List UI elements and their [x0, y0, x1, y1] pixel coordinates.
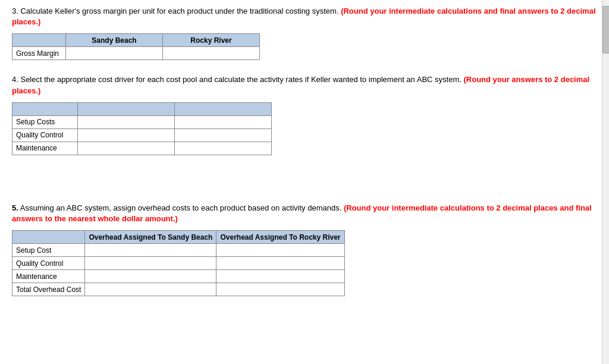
q4-maintenance-col2[interactable] — [175, 142, 272, 155]
q3-row-label: Gross Margin — [12, 47, 66, 60]
question-3-table: Sandy Beach Rocky River Gross Margin — [12, 33, 260, 60]
table-row: Setup Cost — [12, 244, 345, 257]
q5-setup-sandy-input[interactable] — [89, 246, 212, 255]
scrollbar[interactable] — [602, 0, 609, 364]
q5-total-rocky[interactable] — [216, 283, 344, 296]
q5-header-rocky-text: Overhead Assigned To Rocky River — [220, 233, 340, 241]
q4-header-col1 — [78, 102, 175, 115]
table-row: Maintenance — [12, 270, 345, 283]
q5-quality-label: Quality Control — [12, 257, 85, 270]
q5-total-sandy-input[interactable] — [89, 285, 212, 294]
q5-quality-rocky[interactable] — [216, 257, 344, 270]
q3-header-rocky: Rocky River — [163, 34, 260, 47]
q4-quality-col1[interactable] — [78, 128, 175, 142]
q4-header-empty — [12, 102, 78, 115]
scrollbar-thumb[interactable] — [602, 6, 609, 54]
question-5: 5. Assuming an ABC system, assign overhe… — [12, 203, 597, 296]
q5-maintenance-label: Maintenance — [12, 270, 85, 283]
q4-setup-label: Setup Costs — [12, 115, 78, 128]
q3-gross-margin-rocky-input[interactable] — [167, 49, 256, 58]
question-4-body: Select the appropriate cost driver for e… — [20, 75, 461, 84]
q5-quality-sandy[interactable] — [85, 257, 216, 270]
q4-maintenance-label: Maintenance — [12, 142, 78, 155]
question-4-text: 4. Select the appropriate cost driver fo… — [12, 74, 597, 96]
q5-total-label: Total Overhead Cost — [12, 283, 85, 296]
question-4-table: Setup Costs Quality Control Maintenance — [12, 102, 272, 155]
q5-setup-rocky[interactable] — [216, 244, 344, 257]
q4-maintenance-col2-input[interactable] — [178, 144, 268, 152]
q3-header-sandy: Sandy Beach — [66, 34, 163, 47]
q5-total-sandy[interactable] — [85, 283, 216, 296]
question-5-text: 5. Assuming an ABC system, assign overhe… — [12, 203, 597, 224]
table-row: Setup Costs — [12, 115, 272, 128]
table-row: Maintenance — [12, 142, 272, 155]
table-row: Total Overhead Cost — [12, 283, 345, 296]
question-4: 4. Select the appropriate cost driver fo… — [12, 74, 597, 155]
q5-maintenance-rocky-input[interactable] — [220, 272, 340, 281]
q3-gross-margin-sandy[interactable] — [66, 47, 163, 60]
q5-total-rocky-input[interactable] — [220, 285, 340, 294]
question-5-body: Assuming an ABC system, assign overhead … — [20, 203, 342, 212]
q3-gross-margin-sandy-input[interactable] — [70, 49, 159, 58]
q5-setup-sandy[interactable] — [85, 244, 216, 257]
q4-maintenance-col1[interactable] — [78, 142, 175, 155]
question-3: 3. Calculate Keller's gross margin per u… — [12, 6, 597, 60]
q4-header-col2 — [175, 102, 272, 115]
q5-header-empty — [12, 231, 85, 244]
question-3-number: 3. — [12, 7, 18, 15]
q5-setup-label: Setup Cost — [12, 244, 85, 257]
q3-gross-margin-rocky[interactable] — [163, 47, 260, 60]
q5-header-sandy-text: Overhead Assigned To Sandy Beach — [89, 233, 212, 241]
q4-setup-col1[interactable] — [78, 115, 175, 128]
table-row: Quality Control — [12, 128, 272, 142]
question-5-number: 5. — [12, 203, 18, 212]
q5-maintenance-sandy-input[interactable] — [89, 272, 212, 281]
q4-quality-label: Quality Control — [12, 128, 78, 142]
q3-header-empty — [12, 34, 66, 47]
q5-maintenance-sandy[interactable] — [85, 270, 216, 283]
q4-setup-col2-input[interactable] — [178, 118, 268, 126]
question-4-number: 4. — [12, 75, 18, 84]
q4-setup-col1-input[interactable] — [81, 118, 171, 126]
question-5-table: Overhead Assigned To Sandy Beach Overhea… — [12, 230, 345, 296]
q5-maintenance-rocky[interactable] — [216, 270, 344, 283]
q4-quality-col1-input[interactable] — [81, 131, 171, 139]
question-3-body: Calculate Keller's gross margin per unit… — [20, 7, 338, 15]
question-3-text: 3. Calculate Keller's gross margin per u… — [12, 6, 597, 27]
q5-header-sandy: Overhead Assigned To Sandy Beach — [85, 231, 216, 244]
q5-quality-sandy-input[interactable] — [89, 259, 212, 268]
q5-setup-rocky-input[interactable] — [220, 246, 340, 255]
q4-setup-col2[interactable] — [175, 115, 272, 128]
q4-quality-col2[interactable] — [175, 128, 272, 142]
table-row: Gross Margin — [12, 47, 260, 60]
q4-quality-col2-input[interactable] — [178, 131, 268, 139]
q4-maintenance-col1-input[interactable] — [81, 144, 171, 152]
table-row: Quality Control — [12, 257, 345, 270]
q5-quality-rocky-input[interactable] — [220, 259, 340, 268]
q5-header-rocky: Overhead Assigned To Rocky River — [216, 231, 344, 244]
